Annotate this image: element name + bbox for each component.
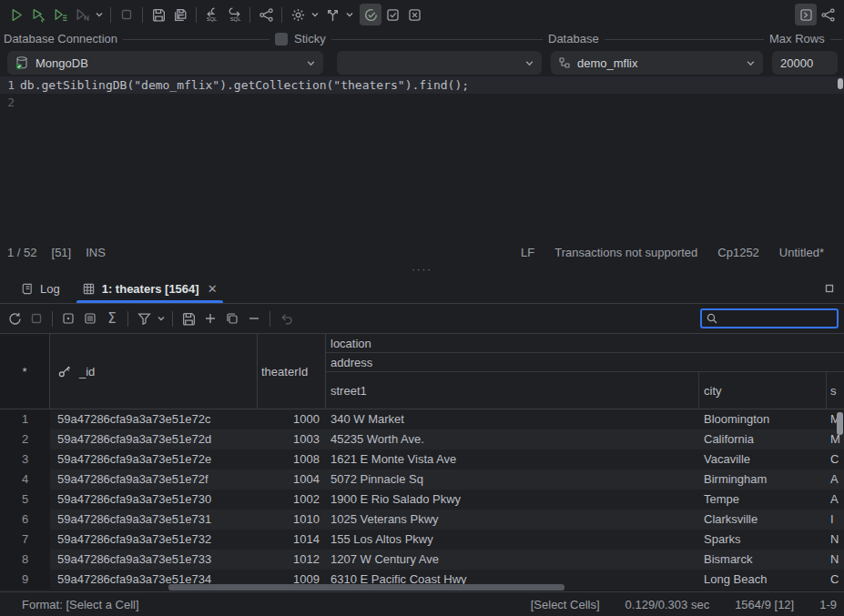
editor-line-1[interactable]: 1 db.getSiblingDB("demo_mflix").getColle…: [0, 76, 844, 94]
row-number-cell[interactable]: 4: [0, 470, 50, 490]
sticky-checkbox[interactable]: [275, 33, 288, 45]
run-script-icon[interactable]: [49, 4, 71, 25]
id-cell[interactable]: 59a47286cfa9a3a73e51e731: [50, 510, 258, 530]
explain-plan-icon[interactable]: [255, 4, 277, 25]
close-icon[interactable]: ✕: [208, 282, 218, 296]
row-number-cell[interactable]: 7: [0, 530, 50, 550]
rollback-icon[interactable]: [403, 4, 425, 25]
stop-icon[interactable]: [116, 4, 137, 25]
city-cell[interactable]: Long Beach: [699, 570, 827, 590]
gear-icon[interactable]: [287, 4, 309, 25]
editor-scrollbar-thumb[interactable]: [838, 78, 843, 89]
city-cell[interactable]: Bloomington: [699, 409, 827, 429]
tab-result-theaters[interactable]: 1: theaters [1564] ✕: [71, 274, 229, 303]
save-icon[interactable]: [147, 4, 169, 25]
street1-cell[interactable]: 1900 E Rio Salado Pkwy: [326, 490, 699, 510]
auto-commit-icon[interactable]: [360, 4, 381, 25]
city-cell[interactable]: California: [699, 429, 827, 449]
city-cell[interactable]: Clarksville: [699, 510, 827, 530]
gear-chevron-icon[interactable]: [309, 4, 321, 25]
grid-row[interactable]: 459a47286cfa9a3a73e51e72f10045072 Pinnac…: [0, 470, 844, 490]
grid-search-input[interactable]: [718, 312, 844, 326]
script-panel-icon[interactable]: [795, 4, 817, 25]
city-cell[interactable]: Sparks: [699, 530, 827, 550]
grid-row[interactable]: 159a47286cfa9a3a73e51e72c1000340 W Marke…: [0, 409, 844, 429]
grid-row[interactable]: 759a47286cfa9a3a73e51e7321014155 Los Alt…: [0, 530, 844, 550]
grid-search-box[interactable]: [700, 308, 839, 328]
state-cell[interactable]: A: [827, 490, 844, 510]
save-grid-icon[interactable]: [178, 308, 199, 329]
insert-row-icon[interactable]: [199, 308, 221, 329]
street1-cell[interactable]: 1025 Veterans Pkwy: [326, 510, 699, 530]
run-options-chevron-icon[interactable]: [93, 4, 106, 25]
row-number-cell[interactable]: 5: [0, 490, 50, 510]
id-cell[interactable]: 59a47286cfa9a3a73e51e730: [50, 490, 258, 510]
id-cell[interactable]: 59a47286cfa9a3a73e51e72d: [50, 429, 258, 449]
id-cell[interactable]: 59a47286cfa9a3a73e51e72f: [50, 470, 258, 490]
tab-log[interactable]: Log: [9, 274, 71, 303]
grid-row[interactable]: 859a47286cfa9a3a73e51e73310121207 W Cent…: [0, 550, 844, 570]
theaterid-cell[interactable]: 1003: [258, 429, 326, 449]
id-cell[interactable]: 59a47286cfa9a3a73e51e732: [50, 530, 258, 550]
state-cell[interactable]: A: [827, 470, 844, 490]
filter-chevron-icon[interactable]: [155, 308, 168, 329]
duplicate-row-icon[interactable]: [221, 308, 243, 329]
row-number-cell[interactable]: 6: [0, 510, 50, 530]
run-current-icon[interactable]: [27, 4, 49, 25]
header-id-column[interactable]: _id: [50, 334, 258, 409]
code-line-1[interactable]: db.getSiblingDB("demo_mflix").getCollect…: [20, 76, 469, 94]
grid-row[interactable]: 659a47286cfa9a3a73e51e73110101025 Vetera…: [0, 510, 844, 530]
graph-panel-icon[interactable]: [817, 4, 839, 25]
header-theaterid-column[interactable]: theaterId: [258, 334, 326, 409]
undo-grid-icon[interactable]: [275, 308, 297, 329]
city-cell[interactable]: Vacaville: [699, 449, 827, 470]
id-cell[interactable]: 59a47286cfa9a3a73e51e733: [50, 550, 258, 570]
street1-cell[interactable]: 45235 Worth Ave.: [326, 429, 699, 449]
city-cell[interactable]: Bismarck: [699, 550, 827, 570]
id-cell[interactable]: 59a47286cfa9a3a73e51e72c: [50, 409, 258, 429]
run-explain-icon[interactable]: [71, 4, 93, 25]
theaterid-cell[interactable]: 1014: [258, 530, 326, 550]
theaterid-cell[interactable]: 1004: [258, 470, 326, 490]
database-dropdown[interactable]: demo_mflix: [551, 51, 763, 75]
cell-viewer-icon[interactable]: [57, 308, 79, 329]
row-number-cell[interactable]: 1: [0, 409, 50, 429]
state-cell[interactable]: N: [827, 550, 844, 570]
theaterid-cell[interactable]: 1010: [258, 510, 326, 530]
grid-row[interactable]: 259a47286cfa9a3a73e51e72d100345235 Worth…: [0, 429, 844, 449]
city-cell[interactable]: Tempe: [699, 490, 827, 510]
grid-row[interactable]: 559a47286cfa9a3a73e51e73010021900 E Rio …: [0, 490, 844, 510]
theaterid-cell[interactable]: 1000: [258, 409, 326, 429]
id-cell[interactable]: 59a47286cfa9a3a73e51e72e: [50, 449, 258, 470]
sigma-icon[interactable]: Σ: [101, 308, 123, 329]
header-row-number[interactable]: *: [0, 334, 50, 409]
branch-chevron-icon[interactable]: [343, 4, 356, 25]
connection-dropdown[interactable]: MongoDB: [7, 51, 323, 75]
editor-line-2[interactable]: 2: [0, 94, 844, 111]
header-address[interactable]: address: [326, 353, 844, 372]
street1-cell[interactable]: 155 Los Altos Pkwy: [326, 530, 699, 550]
header-city[interactable]: city: [699, 372, 827, 409]
maximize-grid-button[interactable]: [824, 274, 844, 303]
state-cell[interactable]: I: [827, 510, 844, 530]
row-number-cell[interactable]: 3: [0, 449, 50, 470]
street1-cell[interactable]: 1207 W Century Ave: [326, 550, 699, 570]
city-cell[interactable]: Birmingham: [699, 470, 827, 490]
run-icon[interactable]: [5, 4, 27, 25]
state-cell[interactable]: C: [827, 570, 844, 590]
sql-editor[interactable]: 1 db.getSiblingDB("demo_mflix").getColle…: [0, 76, 844, 241]
state-cell[interactable]: N: [827, 530, 844, 550]
state-cell[interactable]: C: [827, 449, 844, 470]
theaterid-cell[interactable]: 1002: [258, 490, 326, 510]
street1-cell[interactable]: 340 W Market: [326, 409, 699, 429]
refresh-icon[interactable]: [4, 308, 25, 329]
header-street1[interactable]: street1: [326, 372, 699, 409]
branch-icon[interactable]: [321, 4, 343, 25]
street1-cell[interactable]: 5072 Pinnacle Sq: [326, 470, 699, 490]
header-location[interactable]: location: [326, 334, 844, 353]
save-all-icon[interactable]: [169, 4, 191, 25]
form-viewer-icon[interactable]: [79, 308, 101, 329]
grid-vertical-scrollbar-thumb[interactable]: [837, 412, 843, 435]
redo-sql-icon[interactable]: SQL: [223, 4, 245, 25]
catalog-dropdown[interactable]: [337, 51, 542, 75]
